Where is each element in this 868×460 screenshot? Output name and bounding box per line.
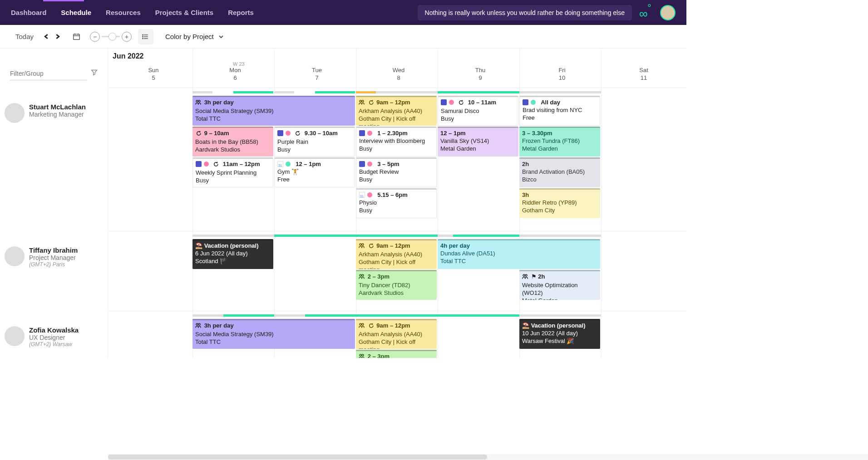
top-nav: Dashboard Schedule Resources Projects & … xyxy=(0,0,686,25)
person-role: UX Designer xyxy=(29,334,79,341)
vacation-icon: ⛱️ xyxy=(522,322,531,329)
nav-resources[interactable]: Resources xyxy=(106,9,141,16)
day-header: Tue7 xyxy=(276,67,358,81)
people-icon xyxy=(359,323,365,330)
people-icon xyxy=(359,353,365,358)
svg-point-6 xyxy=(360,100,361,102)
filter-icon[interactable] xyxy=(87,69,98,80)
day-header: Fri10 xyxy=(521,67,603,81)
person-name: Tiffany Ibrahim xyxy=(29,246,78,254)
nav-projects-clients[interactable]: Projects & Clients xyxy=(155,9,213,16)
quote-banner: Nothing is really work unless you would … xyxy=(418,5,632,20)
today-button[interactable]: Today xyxy=(8,30,41,43)
day-header: Wed8 xyxy=(358,67,439,81)
svg-point-14 xyxy=(196,323,198,325)
card-boats-in-the-bay[interactable]: 9 – 10amBoats in the Bay (BB58)Aardvark … xyxy=(192,127,273,157)
app-logo-icon[interactable] xyxy=(639,6,653,20)
card-interview-bloomberg[interactable]: 1 – 2.30pmInterview with BloombergBusy xyxy=(356,127,437,157)
card-social-media-strategy-z[interactable]: 3h per daySocial Media Strategy (SM39)To… xyxy=(192,319,355,349)
card-brand-activation[interactable]: 2hBrand Activation (BA05)Bizco xyxy=(519,157,600,187)
status-dot-icon xyxy=(367,131,372,136)
card-dundas-alive[interactable]: 4h per dayDundas Alive (DA51)Total TTC xyxy=(438,239,600,269)
card-tiny-dancer[interactable]: 2 – 3pmTiny Dancer (TD82)Aardvark Studio… xyxy=(356,270,437,300)
current-user-avatar[interactable] xyxy=(660,5,676,20)
vacation-icon: ⛱️ xyxy=(195,242,204,249)
recurring-icon xyxy=(368,243,374,250)
svg-point-10 xyxy=(360,274,361,276)
card-brad-visiting[interactable]: All day Brad visiting from NYCFree xyxy=(519,96,600,126)
prev-arrow-icon[interactable] xyxy=(43,33,50,40)
person-timezone: (GMT+2) Warsaw xyxy=(29,341,79,347)
schedule-grid: Stuart McLachlan Marketing Manager Tiffa… xyxy=(0,49,686,358)
svg-rect-0 xyxy=(73,34,79,39)
next-arrow-icon[interactable] xyxy=(54,33,61,40)
teams-icon xyxy=(277,130,283,136)
card-tiny-dancer-z[interactable]: 2 – 3pm xyxy=(356,350,437,358)
people-icon xyxy=(195,323,201,330)
card-weekly-sprint-planning[interactable]: 11am – 12pmWeekly Sprint PlanningBusy xyxy=(192,157,273,187)
nav-schedule[interactable]: Schedule xyxy=(61,9,91,16)
card-arkham-analysis[interactable]: 9am – 12pm Arkham Analysis (AA40)Gotham … xyxy=(356,96,437,126)
svg-point-11 xyxy=(362,274,364,276)
zoom-in-button[interactable]: + xyxy=(122,32,132,42)
status-dot-icon xyxy=(204,161,209,166)
recurring-icon xyxy=(294,130,300,138)
card-budget-review[interactable]: 3 – 5pmBudget ReviewBusy xyxy=(356,157,437,187)
card-gym[interactable]: 12 – 1pmGym 🏋️Free xyxy=(274,157,355,187)
avatar xyxy=(5,326,25,346)
svg-point-12 xyxy=(523,274,525,276)
zoom-out-button[interactable]: − xyxy=(90,32,100,42)
svg-point-5 xyxy=(198,100,200,102)
teams-icon xyxy=(523,99,528,105)
rows: 3h per day Social Media Strategy (SM39)T… xyxy=(108,88,686,358)
person-role: Project Manager xyxy=(29,254,78,261)
recurring-icon xyxy=(368,323,374,330)
filter-group-input[interactable] xyxy=(10,67,87,80)
card-vacation-scotland[interactable]: ⛱️ Vacation (personal)6 Jun 2022 (All da… xyxy=(192,239,273,269)
gcal-icon xyxy=(277,161,283,167)
person-row-stuart[interactable]: Stuart McLachlan Marketing Manager xyxy=(0,98,108,241)
gcal-icon xyxy=(359,192,365,198)
color-by-label: Color by Project xyxy=(165,33,214,40)
card-arkham-analysis-t[interactable]: 9am – 12pmArkham Analysis (AA40)Gotham C… xyxy=(356,239,437,269)
zoom-slider[interactable]: − + xyxy=(90,32,132,42)
avatar xyxy=(5,103,25,123)
card-physio[interactable]: 5.15 – 6pmPhysioBusy xyxy=(356,188,437,218)
svg-point-7 xyxy=(362,100,364,102)
svg-point-13 xyxy=(525,274,527,276)
month-label: Jun 2022 xyxy=(113,52,143,60)
teams-icon xyxy=(359,130,365,136)
day-header: Sat11 xyxy=(603,67,685,81)
svg-point-18 xyxy=(360,354,361,356)
week-label: W 23 xyxy=(233,61,245,67)
day-header: Sun5 xyxy=(113,67,194,81)
person-row-zofia[interactable]: Zofia Kowalska UX Designer (GMT+2) Warsa… xyxy=(0,321,108,364)
card-samurai-disco[interactable]: 10 – 11am Samurai DiscoBusy xyxy=(438,96,518,126)
person-row-tiffany[interactable]: Tiffany Ibrahim Project Manager (GMT+2) … xyxy=(0,241,108,321)
card-website-optimization[interactable]: ⚑ 2hWebsite Optimization (WO12)Metal Gar… xyxy=(519,270,600,300)
svg-point-17 xyxy=(362,323,364,325)
card-vanilla-sky[interactable]: 12 – 1pmVanilla Sky (VS14)Metal Garden xyxy=(438,127,518,157)
card-arkham-analysis-z[interactable]: 9am – 12pmArkham Analysis (AA40)Gotham C… xyxy=(356,319,437,349)
status-dot-icon xyxy=(286,161,291,166)
avatar xyxy=(5,246,25,266)
recurring-icon xyxy=(368,99,374,107)
people-icon xyxy=(195,99,201,107)
card-social-media-strategy[interactable]: 3h per day Social Media Strategy (SM39)T… xyxy=(192,96,355,126)
card-purple-rain[interactable]: 9.30 – 10amPurple RainBusy xyxy=(274,127,355,157)
milestone-icon: ⚑ xyxy=(531,273,538,280)
svg-point-19 xyxy=(362,354,364,356)
card-riddler-retro[interactable]: 3hRiddler Retro (YP89)Gotham City xyxy=(519,188,600,218)
nav-dashboard[interactable]: Dashboard xyxy=(11,9,46,16)
people-icon xyxy=(359,274,365,281)
nav-reports[interactable]: Reports xyxy=(228,9,254,16)
card-frozen-tundra[interactable]: 3 – 3.30pmFrozen Tundra (FT86)Metal Gard… xyxy=(519,127,600,157)
status-dot-icon xyxy=(286,131,291,136)
card-vacation-warsaw[interactable]: ⛱️ Vacation (personal)10 Jun 2022 (All d… xyxy=(519,319,600,349)
list-view-toggle-icon[interactable] xyxy=(138,29,153,44)
people-icon xyxy=(359,99,365,107)
status-dot-icon xyxy=(449,100,454,105)
person-name: Stuart McLachlan xyxy=(29,103,86,111)
calendar-picker-icon[interactable] xyxy=(71,31,82,42)
color-by-dropdown[interactable]: Color by Project xyxy=(165,33,224,40)
